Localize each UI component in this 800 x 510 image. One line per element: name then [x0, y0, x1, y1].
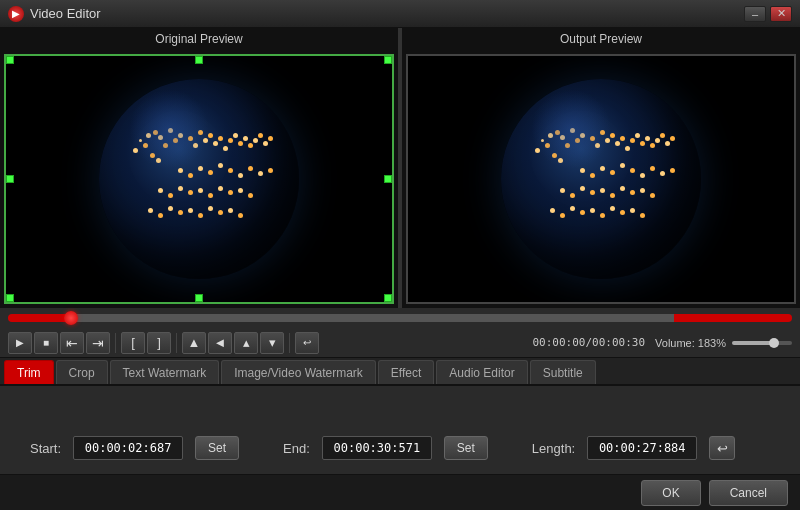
tab-effect[interactable]: Effect [378, 360, 434, 384]
original-preview-label: Original Preview [4, 32, 394, 50]
output-globe [501, 79, 701, 279]
original-globe-container [6, 56, 392, 302]
globe-glow [129, 89, 209, 169]
play-button[interactable]: ▶ [8, 332, 32, 354]
flip-down-button[interactable]: ▾ [260, 332, 284, 354]
handle-tm[interactable] [195, 56, 203, 64]
toolbar-sep-3 [289, 333, 290, 353]
end-set-button[interactable]: Set [444, 436, 488, 460]
scrubber-thumb[interactable] [64, 311, 78, 325]
start-input[interactable] [73, 436, 183, 460]
start-set-button[interactable]: Set [195, 436, 239, 460]
rotate-button[interactable]: ▲ [182, 332, 206, 354]
original-video-frame [4, 54, 394, 304]
flip-left-button[interactable]: ◄ [208, 332, 232, 354]
flip-up-button[interactable]: ▴ [234, 332, 258, 354]
window-controls: – ✕ [744, 6, 792, 22]
trim-row: Start: Set End: Set Length: ↩ [30, 436, 770, 460]
tab-crop[interactable]: Crop [56, 360, 108, 384]
title-bar: ▶ Video Editor – ✕ [0, 0, 800, 28]
end-label: End: [283, 441, 310, 456]
tab-image-video-watermark[interactable]: Image/Video Watermark [221, 360, 376, 384]
cancel-button[interactable]: Cancel [709, 480, 788, 506]
time-current: 00:00:00/00:00:30 [532, 336, 645, 349]
stop-button[interactable]: ■ [34, 332, 58, 354]
minimize-button[interactable]: – [744, 6, 766, 22]
output-preview-panel: Output Preview [402, 28, 800, 308]
handle-tl[interactable] [6, 56, 14, 64]
volume-slider[interactable] [732, 341, 792, 345]
handle-tr[interactable] [384, 56, 392, 64]
tab-trim[interactable]: Trim [4, 360, 54, 384]
tab-text-watermark[interactable]: Text Watermark [110, 360, 220, 384]
bottom-bar: OK Cancel [0, 474, 800, 510]
toolbar: ▶ ■ ⇤ ⇥ [ ] ▲ ◄ ▴ ▾ ↩ 00:00:00/00:00:30 … [0, 328, 800, 358]
toolbar-sep-1 [115, 333, 116, 353]
close-button[interactable]: ✕ [770, 6, 792, 22]
handle-br[interactable] [384, 294, 392, 302]
original-globe [99, 79, 299, 279]
volume-label: Volume: 183% [655, 337, 726, 349]
handle-mr[interactable] [384, 175, 392, 183]
title-text: Video Editor [30, 6, 744, 21]
scrubber-track[interactable] [8, 314, 792, 322]
output-globe-glow [531, 89, 611, 169]
timeline-area[interactable] [0, 308, 800, 328]
handle-ml[interactable] [6, 175, 14, 183]
undo-button[interactable]: ↩ [295, 332, 319, 354]
ok-button[interactable]: OK [641, 480, 700, 506]
handle-bl[interactable] [6, 294, 14, 302]
length-label: Length: [532, 441, 575, 456]
handle-bm[interactable] [195, 294, 203, 302]
toolbar-sep-2 [176, 333, 177, 353]
start-label: Start: [30, 441, 61, 456]
volume-knob[interactable] [769, 338, 779, 348]
length-input[interactable] [587, 436, 697, 460]
tab-subtitle[interactable]: Subtitle [530, 360, 596, 384]
tabs-bar: Trim Crop Text Watermark Image/Video Wat… [0, 358, 800, 386]
end-input[interactable] [322, 436, 432, 460]
app-icon: ▶ [8, 6, 24, 22]
output-video-frame [406, 54, 796, 304]
original-preview-panel: Original Preview [0, 28, 398, 308]
next-frame-button[interactable]: ⇥ [86, 332, 110, 354]
reset-button[interactable]: ↩ [709, 436, 735, 460]
time-display: 00:00:00/00:00:30 [532, 336, 645, 349]
tab-audio-editor[interactable]: Audio Editor [436, 360, 527, 384]
mark-out-button[interactable]: ] [147, 332, 171, 354]
preview-area: Original Preview Output Preview [0, 28, 800, 308]
output-globe-container [408, 56, 794, 302]
mark-in-button[interactable]: [ [121, 332, 145, 354]
output-preview-label: Output Preview [406, 32, 796, 50]
prev-frame-button[interactable]: ⇤ [60, 332, 84, 354]
